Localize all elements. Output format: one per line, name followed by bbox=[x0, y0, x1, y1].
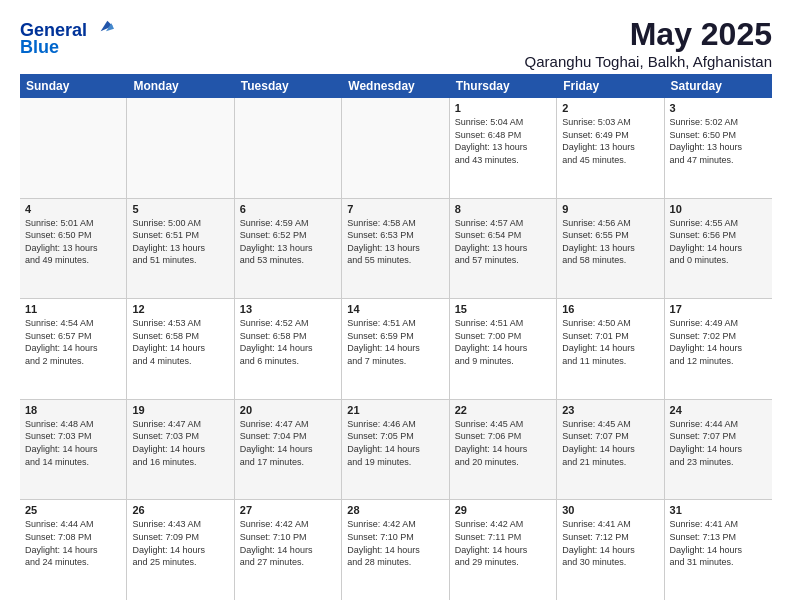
day-info: Sunrise: 5:03 AM Sunset: 6:49 PM Dayligh… bbox=[562, 116, 658, 166]
calendar-row: 18Sunrise: 4:48 AM Sunset: 7:03 PM Dayli… bbox=[20, 400, 772, 501]
calendar-cell: 24Sunrise: 4:44 AM Sunset: 7:07 PM Dayli… bbox=[665, 400, 772, 500]
calendar-cell: 10Sunrise: 4:55 AM Sunset: 6:56 PM Dayli… bbox=[665, 199, 772, 299]
calendar-cell: 4Sunrise: 5:01 AM Sunset: 6:50 PM Daylig… bbox=[20, 199, 127, 299]
day-number: 9 bbox=[562, 203, 658, 215]
weekday-header: Saturday bbox=[665, 74, 772, 98]
calendar-row: 25Sunrise: 4:44 AM Sunset: 7:08 PM Dayli… bbox=[20, 500, 772, 600]
weekday-header: Wednesday bbox=[342, 74, 449, 98]
day-number: 28 bbox=[347, 504, 443, 516]
calendar-cell: 20Sunrise: 4:47 AM Sunset: 7:04 PM Dayli… bbox=[235, 400, 342, 500]
day-number: 3 bbox=[670, 102, 767, 114]
day-info: Sunrise: 4:53 AM Sunset: 6:58 PM Dayligh… bbox=[132, 317, 228, 367]
day-info: Sunrise: 4:42 AM Sunset: 7:10 PM Dayligh… bbox=[240, 518, 336, 568]
day-number: 7 bbox=[347, 203, 443, 215]
subtitle: Qaranghu Toghai, Balkh, Afghanistan bbox=[525, 53, 772, 70]
day-info: Sunrise: 4:41 AM Sunset: 7:13 PM Dayligh… bbox=[670, 518, 767, 568]
day-number: 10 bbox=[670, 203, 767, 215]
day-info: Sunrise: 4:46 AM Sunset: 7:05 PM Dayligh… bbox=[347, 418, 443, 468]
day-info: Sunrise: 4:44 AM Sunset: 7:08 PM Dayligh… bbox=[25, 518, 121, 568]
calendar-cell: 11Sunrise: 4:54 AM Sunset: 6:57 PM Dayli… bbox=[20, 299, 127, 399]
calendar-cell: 2Sunrise: 5:03 AM Sunset: 6:49 PM Daylig… bbox=[557, 98, 664, 198]
day-info: Sunrise: 4:47 AM Sunset: 7:03 PM Dayligh… bbox=[132, 418, 228, 468]
day-number: 16 bbox=[562, 303, 658, 315]
calendar-cell: 28Sunrise: 4:42 AM Sunset: 7:10 PM Dayli… bbox=[342, 500, 449, 600]
day-number: 17 bbox=[670, 303, 767, 315]
header: General Blue May 2025 Qaranghu Toghai, B… bbox=[20, 16, 772, 70]
calendar: SundayMondayTuesdayWednesdayThursdayFrid… bbox=[20, 74, 772, 600]
day-number: 21 bbox=[347, 404, 443, 416]
logo-icon bbox=[94, 16, 114, 36]
day-info: Sunrise: 5:02 AM Sunset: 6:50 PM Dayligh… bbox=[670, 116, 767, 166]
calendar-cell: 13Sunrise: 4:52 AM Sunset: 6:58 PM Dayli… bbox=[235, 299, 342, 399]
title-block: May 2025 Qaranghu Toghai, Balkh, Afghani… bbox=[525, 16, 772, 70]
day-info: Sunrise: 4:44 AM Sunset: 7:07 PM Dayligh… bbox=[670, 418, 767, 468]
calendar-cell: 21Sunrise: 4:46 AM Sunset: 7:05 PM Dayli… bbox=[342, 400, 449, 500]
day-info: Sunrise: 4:42 AM Sunset: 7:10 PM Dayligh… bbox=[347, 518, 443, 568]
day-info: Sunrise: 4:55 AM Sunset: 6:56 PM Dayligh… bbox=[670, 217, 767, 267]
weekday-header: Sunday bbox=[20, 74, 127, 98]
weekday-header: Friday bbox=[557, 74, 664, 98]
day-info: Sunrise: 5:01 AM Sunset: 6:50 PM Dayligh… bbox=[25, 217, 121, 267]
calendar-cell: 15Sunrise: 4:51 AM Sunset: 7:00 PM Dayli… bbox=[450, 299, 557, 399]
day-number: 20 bbox=[240, 404, 336, 416]
day-number: 31 bbox=[670, 504, 767, 516]
calendar-header: SundayMondayTuesdayWednesdayThursdayFrid… bbox=[20, 74, 772, 98]
day-info: Sunrise: 4:50 AM Sunset: 7:01 PM Dayligh… bbox=[562, 317, 658, 367]
day-number: 11 bbox=[25, 303, 121, 315]
main-title: May 2025 bbox=[525, 16, 772, 53]
day-number: 30 bbox=[562, 504, 658, 516]
day-number: 29 bbox=[455, 504, 551, 516]
day-number: 14 bbox=[347, 303, 443, 315]
day-number: 8 bbox=[455, 203, 551, 215]
day-number: 5 bbox=[132, 203, 228, 215]
day-info: Sunrise: 4:59 AM Sunset: 6:52 PM Dayligh… bbox=[240, 217, 336, 267]
day-number: 18 bbox=[25, 404, 121, 416]
day-info: Sunrise: 4:45 AM Sunset: 7:06 PM Dayligh… bbox=[455, 418, 551, 468]
calendar-cell: 16Sunrise: 4:50 AM Sunset: 7:01 PM Dayli… bbox=[557, 299, 664, 399]
calendar-cell: 5Sunrise: 5:00 AM Sunset: 6:51 PM Daylig… bbox=[127, 199, 234, 299]
day-number: 4 bbox=[25, 203, 121, 215]
calendar-cell: 6Sunrise: 4:59 AM Sunset: 6:52 PM Daylig… bbox=[235, 199, 342, 299]
day-info: Sunrise: 4:41 AM Sunset: 7:12 PM Dayligh… bbox=[562, 518, 658, 568]
day-info: Sunrise: 4:52 AM Sunset: 6:58 PM Dayligh… bbox=[240, 317, 336, 367]
day-info: Sunrise: 4:42 AM Sunset: 7:11 PM Dayligh… bbox=[455, 518, 551, 568]
calendar-cell bbox=[235, 98, 342, 198]
day-info: Sunrise: 4:51 AM Sunset: 7:00 PM Dayligh… bbox=[455, 317, 551, 367]
day-number: 1 bbox=[455, 102, 551, 114]
day-number: 26 bbox=[132, 504, 228, 516]
calendar-cell: 18Sunrise: 4:48 AM Sunset: 7:03 PM Dayli… bbox=[20, 400, 127, 500]
calendar-cell: 22Sunrise: 4:45 AM Sunset: 7:06 PM Dayli… bbox=[450, 400, 557, 500]
day-info: Sunrise: 5:00 AM Sunset: 6:51 PM Dayligh… bbox=[132, 217, 228, 267]
calendar-cell: 23Sunrise: 4:45 AM Sunset: 7:07 PM Dayli… bbox=[557, 400, 664, 500]
calendar-cell: 29Sunrise: 4:42 AM Sunset: 7:11 PM Dayli… bbox=[450, 500, 557, 600]
day-number: 24 bbox=[670, 404, 767, 416]
page: General Blue May 2025 Qaranghu Toghai, B… bbox=[0, 0, 792, 612]
calendar-cell: 25Sunrise: 4:44 AM Sunset: 7:08 PM Dayli… bbox=[20, 500, 127, 600]
weekday-header: Tuesday bbox=[235, 74, 342, 98]
day-number: 23 bbox=[562, 404, 658, 416]
day-info: Sunrise: 4:58 AM Sunset: 6:53 PM Dayligh… bbox=[347, 217, 443, 267]
day-number: 15 bbox=[455, 303, 551, 315]
day-number: 12 bbox=[132, 303, 228, 315]
calendar-cell: 31Sunrise: 4:41 AM Sunset: 7:13 PM Dayli… bbox=[665, 500, 772, 600]
logo: General Blue bbox=[20, 16, 114, 58]
day-info: Sunrise: 4:45 AM Sunset: 7:07 PM Dayligh… bbox=[562, 418, 658, 468]
calendar-cell bbox=[342, 98, 449, 198]
calendar-cell: 9Sunrise: 4:56 AM Sunset: 6:55 PM Daylig… bbox=[557, 199, 664, 299]
day-info: Sunrise: 4:51 AM Sunset: 6:59 PM Dayligh… bbox=[347, 317, 443, 367]
day-number: 25 bbox=[25, 504, 121, 516]
calendar-cell bbox=[127, 98, 234, 198]
calendar-cell: 3Sunrise: 5:02 AM Sunset: 6:50 PM Daylig… bbox=[665, 98, 772, 198]
calendar-cell: 19Sunrise: 4:47 AM Sunset: 7:03 PM Dayli… bbox=[127, 400, 234, 500]
day-info: Sunrise: 4:56 AM Sunset: 6:55 PM Dayligh… bbox=[562, 217, 658, 267]
calendar-cell: 30Sunrise: 4:41 AM Sunset: 7:12 PM Dayli… bbox=[557, 500, 664, 600]
day-info: Sunrise: 4:49 AM Sunset: 7:02 PM Dayligh… bbox=[670, 317, 767, 367]
calendar-row: 11Sunrise: 4:54 AM Sunset: 6:57 PM Dayli… bbox=[20, 299, 772, 400]
day-number: 2 bbox=[562, 102, 658, 114]
weekday-header: Thursday bbox=[450, 74, 557, 98]
calendar-cell: 17Sunrise: 4:49 AM Sunset: 7:02 PM Dayli… bbox=[665, 299, 772, 399]
calendar-cell bbox=[20, 98, 127, 198]
day-number: 27 bbox=[240, 504, 336, 516]
calendar-row: 1Sunrise: 5:04 AM Sunset: 6:48 PM Daylig… bbox=[20, 98, 772, 199]
calendar-cell: 14Sunrise: 4:51 AM Sunset: 6:59 PM Dayli… bbox=[342, 299, 449, 399]
